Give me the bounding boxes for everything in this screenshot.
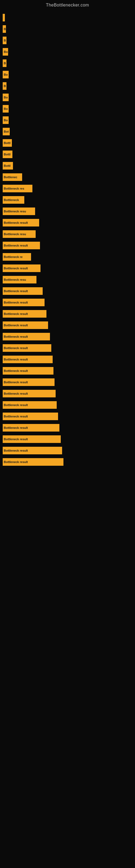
bar-label: Bottleneck result: [4, 426, 28, 429]
bar: Bottleneck result: [3, 242, 40, 249]
bar-label: Bottl: [4, 153, 10, 156]
bar-row: Bottl: [3, 149, 135, 159]
bar: Bottl: [3, 139, 12, 147]
bar-row: Bottleneck result: [3, 240, 135, 251]
bar: Bottleneck result: [3, 435, 61, 443]
bar-row: Bo: [3, 69, 135, 80]
bar-label: Bottleneck: [4, 198, 19, 202]
bars-container: BBBoBBoBBoBoBoBotBottlBottlBottlBottlene…: [0, 10, 135, 471]
bar: Bo: [3, 48, 8, 56]
bar-row: Bottleneck result: [3, 366, 135, 376]
bar-row: Bottleneck result: [3, 343, 135, 353]
bar: Bo: [3, 71, 9, 79]
bar-row: Bottlenec: [3, 172, 135, 182]
bar-label: Bo: [4, 50, 8, 54]
bar: Bottleneck re: [3, 253, 31, 261]
bar-label: B: [4, 84, 6, 88]
site-title: TheBottlenecker.com: [0, 0, 135, 10]
bar-label: Bo: [4, 107, 8, 111]
bar-label: Bottleneck re: [4, 255, 23, 258]
bar: B: [3, 25, 6, 33]
bar: Bottleneck result: [3, 355, 53, 363]
bar-label: Bottleneck result: [4, 392, 28, 395]
bar-row: Bo: [3, 104, 135, 114]
bar-label: Bo: [4, 73, 8, 76]
bar: Bottleneck: [3, 196, 24, 204]
bar: Bottleneck result: [3, 219, 39, 226]
bar-row: Bot: [3, 126, 135, 137]
bar-label: Bottl: [4, 164, 10, 167]
bar: Bottleneck resu: [3, 230, 36, 238]
bar: B: [3, 37, 6, 44]
bar-label: Bo: [4, 96, 8, 99]
bar: B: [3, 82, 6, 90]
bar-label: Bottleneck res: [4, 187, 24, 190]
bar: Bottleneck result: [3, 344, 51, 352]
bar-row: Bottleneck resu: [3, 229, 135, 239]
bar: Bot: [3, 128, 10, 135]
bar-label: B: [4, 27, 6, 31]
bar-row: Bottleneck resu: [3, 206, 135, 216]
bar-row: B: [3, 35, 135, 45]
bar-label: Bottleneck result: [4, 437, 28, 441]
bar-row: Bottleneck result: [3, 389, 135, 399]
bar: Bottleneck result: [3, 458, 63, 466]
bar-label: Bottleneck result: [4, 267, 28, 270]
bar-label: Bottleneck result: [4, 415, 28, 418]
bar-label: Bottleneck result: [4, 221, 28, 224]
bar: Bottleneck result: [3, 367, 53, 375]
bar: Bottleneck result: [3, 447, 62, 454]
bar: Bottleneck result: [3, 333, 50, 340]
bar-row: Bottleneck result: [3, 400, 135, 410]
bar-label: Bottleneck result: [4, 380, 28, 384]
bar: Bottleneck result: [3, 265, 41, 272]
bar: Bottleneck result: [3, 321, 48, 329]
bar-label: Bottleneck resu: [4, 232, 26, 236]
bar-row: B: [3, 58, 135, 68]
bar-label: Bottlenec: [4, 176, 17, 179]
bar-label: Bottleneck resu: [4, 210, 26, 213]
bar-row: Bottleneck result: [3, 434, 135, 444]
bar-row: Bottleneck result: [3, 297, 135, 308]
bar: Bottleneck result: [3, 287, 43, 295]
bar-label: Bottleneck result: [4, 449, 28, 452]
bar-label: B: [4, 39, 6, 42]
bar-label: Bottleneck result: [4, 335, 28, 338]
bar-label: Bo: [4, 119, 8, 122]
bar-row: Bottleneck result: [3, 320, 135, 330]
bar-label: Bottleneck result: [4, 301, 28, 304]
bar: Bottleneck result: [3, 412, 58, 420]
bar-row: Bo: [3, 46, 135, 57]
bar: Bottl: [3, 151, 12, 158]
bar: Bo: [3, 116, 9, 124]
bar-row: Bottleneck result: [3, 411, 135, 422]
bar-row: Bottleneck result: [3, 218, 135, 228]
bar-row: Bottleneck res: [3, 183, 135, 194]
bar: B: [3, 59, 6, 67]
bar: Bottleneck result: [3, 390, 56, 397]
bar-label: Bottleneck result: [4, 358, 28, 361]
bar-label: Bottleneck result: [4, 244, 28, 247]
bar-label: Bot: [4, 130, 9, 133]
bar: Bottleneck result: [3, 401, 57, 409]
bar-label: Bottleneck result: [4, 312, 28, 315]
bar: Bottleneck res: [3, 185, 32, 192]
bar-label: Bottl: [4, 141, 10, 145]
bar: Bottleneck result: [3, 378, 54, 386]
bar-label: Bottleneck result: [4, 346, 28, 350]
bar-label: Bottleneck result: [4, 289, 28, 293]
bar-row: Bottleneck re: [3, 252, 135, 262]
bar-row: Bottl: [3, 161, 135, 171]
bar-row: [3, 12, 135, 23]
bar-row: Bottleneck result: [3, 377, 135, 388]
bar: Bottlenec: [3, 173, 22, 181]
bar: [3, 14, 5, 22]
bar: Bottleneck result: [3, 310, 46, 318]
bar-label: Bottleneck result: [4, 369, 28, 372]
bar: Bottleneck resu: [3, 276, 37, 283]
bar-row: B: [3, 81, 135, 91]
bar-row: Bottleneck result: [3, 286, 135, 296]
bar-row: Bo: [3, 115, 135, 125]
bar-row: Bottleneck resu: [3, 275, 135, 285]
bar-row: Bottleneck result: [3, 445, 135, 456]
